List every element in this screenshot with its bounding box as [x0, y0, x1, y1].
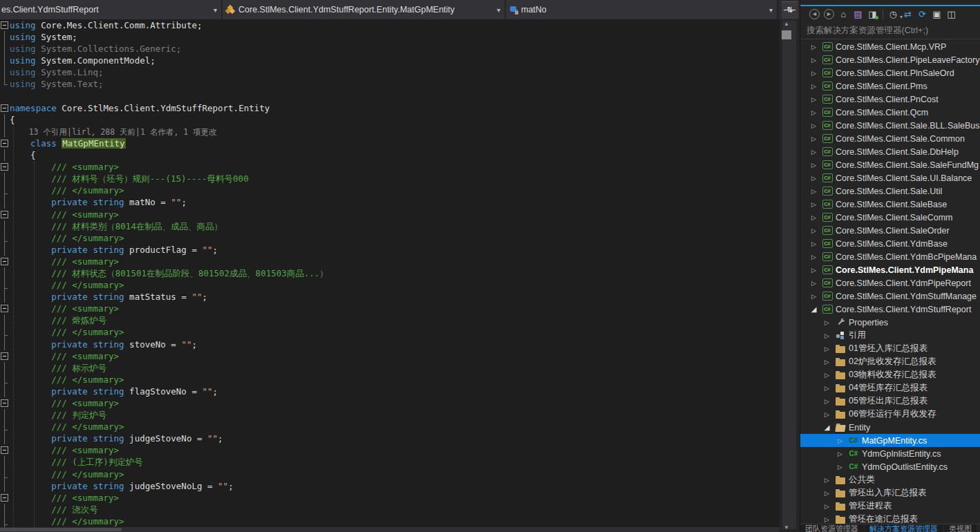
code-line[interactable]: private string judgeStoveNoLg = "";: [0, 480, 780, 492]
code-line[interactable]: /// 材料状态（801501在制品阶段、801502成品、801503商品..…: [0, 267, 780, 279]
tree-item[interactable]: ▷C#Core.StlMes.Client.PnCost: [800, 93, 980, 106]
tree-item[interactable]: ▷C#Core.StlMes.Client.PipeLeaveFactory: [800, 53, 980, 66]
collapsed-arrow-icon[interactable]: ▷: [807, 175, 820, 182]
collapsed-arrow-icon[interactable]: ▷: [807, 44, 820, 50]
collapsed-arrow-icon[interactable]: ▷: [807, 70, 820, 77]
tree-item[interactable]: ▷C#YdmGpInlistEntity.cs: [800, 447, 980, 460]
scrollbar-track[interactable]: [782, 21, 796, 529]
code-line[interactable]: /// (上工序)判定炉号: [0, 456, 780, 468]
panel-tab[interactable]: 解决方案资源管理器: [865, 524, 943, 532]
code-line[interactable]: {: [0, 149, 780, 161]
code-line[interactable]: using System.Text;: [0, 78, 780, 90]
fold-collapse-icon[interactable]: [0, 137, 10, 149]
code-line[interactable]: /// 熔炼炉号: [0, 314, 780, 326]
collapsed-arrow-icon[interactable]: ▷: [807, 122, 820, 129]
fold-collapse-icon[interactable]: [0, 397, 10, 409]
tree-item[interactable]: ▷04管坯库存汇总报表: [800, 381, 980, 395]
collapsed-arrow-icon[interactable]: ▷: [807, 135, 820, 142]
tree-item[interactable]: ▷C#Core.StlMes.Client.YdmBcPipeMana: [800, 250, 980, 263]
type-dropdown[interactable]: Core.StlMes.Client.YdmStuffReport.Entity…: [223, 0, 506, 19]
code-line[interactable]: 13 个引用|lirl, 288 天前|1 名作者, 1 项更改: [0, 126, 780, 137]
fold-collapse-icon[interactable]: [0, 161, 10, 173]
code-line[interactable]: using Core.Mes.Client.Comm.Attribute;: [0, 19, 780, 31]
tree-item[interactable]: ▷C#Core.StlMes.Client.Qcm: [800, 106, 980, 119]
tree-item[interactable]: ▷C#Core.StlMes.Client.Sale.Util: [800, 184, 980, 198]
collapsed-arrow-icon[interactable]: ▷: [833, 437, 847, 444]
collapsed-arrow-icon[interactable]: ▷: [820, 516, 833, 523]
code-line[interactable]: /// 标示炉号: [0, 362, 780, 374]
code-line[interactable]: /// <summary>: [0, 397, 780, 409]
expanded-arrow-icon[interactable]: ◢: [820, 424, 833, 431]
code-line[interactable]: /// <summary>: [0, 303, 780, 314]
collapsed-arrow-icon[interactable]: ▷: [820, 332, 833, 339]
code-line[interactable]: /// <summary>: [0, 209, 780, 220]
collapsed-arrow-icon[interactable]: ▷: [807, 293, 820, 300]
code-line[interactable]: /// </summary>: [0, 279, 780, 291]
tree-item[interactable]: ▷03物料收发存汇总报表: [800, 368, 980, 381]
fold-collapse-icon[interactable]: [0, 209, 10, 220]
code-line[interactable]: /// 浇次号: [0, 504, 780, 515]
collapsed-arrow-icon[interactable]: ▷: [807, 280, 820, 287]
collapsed-arrow-icon[interactable]: ▷: [807, 201, 820, 208]
collapsed-arrow-icon[interactable]: ▷: [820, 372, 833, 379]
tree-item[interactable]: ◢Entity: [800, 421, 980, 434]
scrollbar-thumb[interactable]: [0, 528, 122, 531]
fold-collapse-icon[interactable]: [0, 492, 10, 504]
collapsed-arrow-icon[interactable]: ▷: [807, 188, 820, 195]
fold-collapse-icon[interactable]: [0, 102, 10, 114]
search-input[interactable]: [800, 22, 980, 39]
split-editor-button[interactable]: ⇅: [782, 1, 798, 19]
code-line[interactable]: class MatGpMEntity: [0, 137, 780, 149]
collapsed-arrow-icon[interactable]: ▷: [820, 411, 833, 418]
code-line[interactable]: /// <summary>: [0, 161, 780, 173]
tree-item[interactable]: ▷公共类: [800, 473, 980, 486]
tree-item[interactable]: ▷C#Core.StlMes.Client.Sale.SaleFundMg: [800, 158, 980, 171]
collapsed-arrow-icon[interactable]: ▷: [820, 477, 833, 484]
code-line[interactable]: /// <summary>: [0, 492, 780, 504]
tree-item[interactable]: ▷C#Core.StlMes.Client.SaleBase: [800, 198, 980, 211]
tree-item[interactable]: ▷Properties: [800, 316, 980, 329]
sync-active-document-icon[interactable]: ⇄: [901, 8, 915, 21]
code-line[interactable]: /// </summary>: [0, 232, 780, 244]
collapse-all-icon[interactable]: ▣: [930, 8, 944, 21]
code-line[interactable]: /// </summary>: [0, 468, 780, 480]
tree-item[interactable]: ◢C#Core.StlMes.Client.YdmStuffReport: [800, 303, 980, 316]
expanded-arrow-icon[interactable]: ◢: [807, 305, 820, 313]
collapsed-arrow-icon[interactable]: ▷: [820, 385, 833, 392]
collapsed-arrow-icon[interactable]: ▷: [807, 83, 820, 90]
tree-item[interactable]: ▷C#Core.StlMes.Client.YdmBase: [800, 237, 980, 250]
tree-item[interactable]: ▷C#Core.StlMes.Client.YdmPipeReport: [800, 276, 980, 289]
forward-icon[interactable]: ►: [822, 8, 836, 21]
tree-item[interactable]: ▷C#Core.StlMes.Client.Sale.UI.Balance: [800, 171, 980, 184]
tree-item[interactable]: ▷C#Core.StlMes.Client.SaleComm: [800, 211, 980, 224]
tree-item[interactable]: ▷C#Core.StlMes.Client.Sale.DbHelp: [800, 145, 980, 158]
collapsed-arrow-icon[interactable]: ▷: [807, 240, 820, 247]
tree-item[interactable]: ▷01管坯入库汇总报表: [800, 342, 980, 355]
collapsed-arrow-icon[interactable]: ▷: [807, 267, 820, 274]
code-line[interactable]: using System.ComponentModel;: [0, 55, 780, 66]
code-line[interactable]: /// 判定炉号: [0, 409, 780, 421]
collapsed-arrow-icon[interactable]: ▷: [807, 214, 820, 221]
panel-tab[interactable]: 团队资源管理器: [800, 524, 863, 532]
collapsed-arrow-icon[interactable]: ▷: [820, 359, 833, 365]
tree-item[interactable]: ▷管坯在途汇总报表: [800, 513, 980, 524]
tree-item[interactable]: ▷C#Core.StlMes.Client.YdmStuffManage: [800, 289, 980, 303]
tree-item[interactable]: ▷管坯进程表: [800, 500, 980, 513]
code-line[interactable]: /// </summary>: [0, 421, 780, 433]
code-line[interactable]: using System.Linq;: [0, 66, 780, 78]
collapsed-arrow-icon[interactable]: ▷: [807, 227, 820, 234]
fold-collapse-icon[interactable]: [0, 303, 10, 314]
collapsed-arrow-icon[interactable]: ▷: [807, 109, 820, 116]
code-line[interactable]: /// </summary>: [0, 184, 780, 196]
collapsed-arrow-icon[interactable]: ▷: [833, 464, 847, 471]
fold-collapse-icon[interactable]: [0, 19, 10, 31]
collapsed-arrow-icon[interactable]: ▷: [807, 57, 820, 64]
code-line[interactable]: [0, 91, 780, 102]
code-line[interactable]: /// </summary>: [0, 374, 780, 386]
code-line[interactable]: private string productFlag = "";: [0, 244, 780, 256]
scroll-up-icon[interactable]: ▲: [780, 21, 793, 27]
back-icon[interactable]: ◄: [807, 8, 822, 21]
code-line[interactable]: namespace Core.StlMes.Client.YdmStuffRep…: [0, 102, 780, 114]
code-line[interactable]: /// </summary>: [0, 326, 780, 338]
code-line[interactable]: /// <summary>: [0, 444, 780, 456]
